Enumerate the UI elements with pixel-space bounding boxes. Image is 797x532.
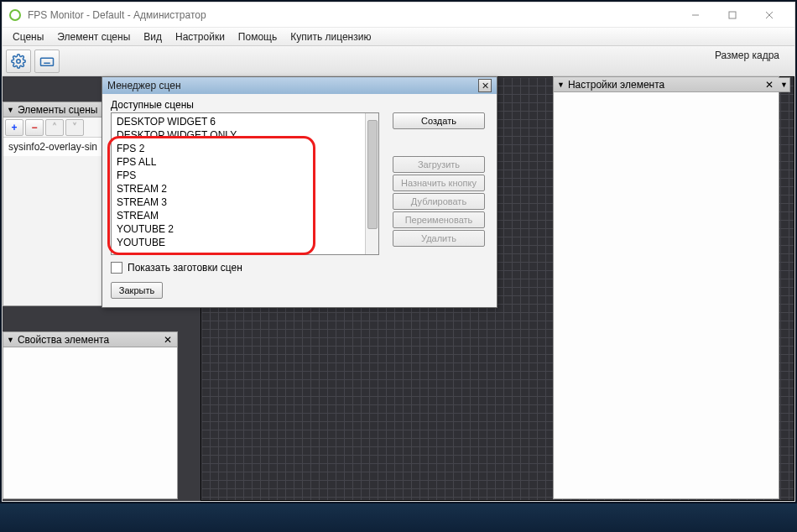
- titlebar: FPS Monitor - Default - Администратор: [3, 3, 794, 28]
- keyboard-button[interactable]: [34, 50, 60, 73]
- move-down-button[interactable]: ˅: [65, 119, 84, 136]
- dialog-title: Менеджер сцен: [107, 80, 478, 91]
- toolbar: Размер кадра: [3, 46, 794, 76]
- properties-panel-title: Свойства элемента: [18, 334, 162, 346]
- menubar: Сцены Элемент сцены Вид Настройки Помощь…: [3, 28, 794, 46]
- collapse-arrow-icon: ▼: [7, 336, 14, 344]
- scene-item[interactable]: STREAM 3: [117, 196, 373, 209]
- create-button[interactable]: Создать: [393, 112, 485, 129]
- frame-size-label: Размер кадра: [715, 50, 779, 61]
- menu-buy-license[interactable]: Купить лицензию: [284, 29, 378, 44]
- scene-manager-dialog: Менеджер сцен ✕ Доступные сцены DESKTOP …: [102, 76, 497, 308]
- properties-panel-header[interactable]: ▼ Свойства элемента ✕: [3, 332, 177, 347]
- load-button[interactable]: Загрузить: [393, 156, 485, 173]
- dialog-body: Доступные сцены DESKTOP WIDGET 6 DESKTOP…: [102, 94, 497, 307]
- minimize-button[interactable]: [677, 3, 714, 28]
- menu-settings[interactable]: Настройки: [169, 29, 232, 44]
- scene-item[interactable]: DESKTOP WIDGET 6: [117, 115, 373, 128]
- collapse-arrow-icon: ▼: [557, 81, 565, 89]
- close-button[interactable]: [751, 3, 788, 28]
- scrollbar[interactable]: [365, 113, 378, 255]
- remove-element-button[interactable]: −: [25, 119, 44, 136]
- svg-rect-1: [729, 12, 736, 18]
- available-scenes-label: Доступные сцены: [111, 99, 488, 111]
- scene-item[interactable]: YOUTUBE 2: [117, 222, 373, 236]
- element-settings-panel: ▼ Настройки элемента ✕ ▼: [553, 76, 779, 499]
- window-controls: [677, 3, 788, 28]
- element-settings-body: [554, 92, 779, 498]
- move-up-button[interactable]: ˄: [45, 119, 64, 136]
- menu-view[interactable]: Вид: [137, 29, 169, 44]
- scene-item[interactable]: FPS ALL: [117, 155, 373, 169]
- collapse-arrow-icon: ▼: [7, 106, 14, 114]
- close-dialog-button[interactable]: Закрыть: [111, 282, 163, 299]
- properties-panel: ▼ Свойства элемента ✕: [3, 331, 178, 499]
- show-templates-checkbox[interactable]: Показать заготовки сцен: [111, 262, 488, 274]
- properties-body: [3, 347, 177, 498]
- properties-panel-close[interactable]: ✕: [162, 334, 174, 346]
- menu-scenes[interactable]: Сцены: [6, 29, 50, 44]
- menu-scene-element[interactable]: Элемент сцены: [50, 29, 137, 44]
- scene-item[interactable]: YOUTUBE: [117, 236, 373, 249]
- svg-point-4: [17, 59, 21, 63]
- app-icon: [9, 9, 21, 21]
- dialog-titlebar[interactable]: Менеджер сцен ✕: [102, 77, 497, 94]
- menu-help[interactable]: Помощь: [232, 29, 284, 44]
- element-settings-header[interactable]: ▼ Настройки элемента ✕ ▼: [554, 77, 779, 92]
- dialog-buttons: Создать Загрузить Назначить кнопку Дубли…: [393, 112, 485, 247]
- scene-list[interactable]: DESKTOP WIDGET 6 DESKTOP WIDGET ONLY FPS…: [111, 112, 379, 255]
- assign-hotkey-button[interactable]: Назначить кнопку: [393, 175, 485, 191]
- maximize-button[interactable]: [714, 3, 751, 28]
- workarea: ▼ Элементы сцены ✕ + − ˄ ˅ sysinfo2-over…: [3, 76, 794, 501]
- checkbox-box[interactable]: [111, 262, 122, 274]
- dock-arrow-icon[interactable]: ▼: [779, 77, 790, 92]
- scene-item[interactable]: STREAM 2: [117, 182, 373, 196]
- scrollbar-thumb[interactable]: [367, 120, 378, 229]
- svg-rect-5: [41, 58, 54, 65]
- checkbox-label: Показать заготовки сцен: [128, 262, 242, 274]
- window-title: FPS Monitor - Default - Администратор: [28, 9, 677, 21]
- scene-item[interactable]: FPS: [117, 169, 373, 182]
- duplicate-button[interactable]: Дублировать: [393, 193, 485, 210]
- delete-button[interactable]: Удалить: [393, 230, 485, 247]
- app-window: FPS Monitor - Default - Администратор Сц…: [2, 2, 795, 502]
- rename-button[interactable]: Переименовать: [393, 211, 485, 228]
- add-element-button[interactable]: +: [5, 119, 23, 136]
- scene-item[interactable]: STREAM: [117, 209, 373, 222]
- element-settings-title: Настройки элемента: [568, 79, 763, 91]
- dialog-close-button[interactable]: ✕: [478, 79, 492, 92]
- gear-button[interactable]: [6, 50, 31, 73]
- element-settings-close[interactable]: ✕: [763, 79, 775, 91]
- taskbar: [0, 503, 797, 532]
- scene-item[interactable]: FPS 2: [117, 142, 373, 155]
- scene-item[interactable]: DESKTOP WIDGET ONLY: [117, 128, 373, 142]
